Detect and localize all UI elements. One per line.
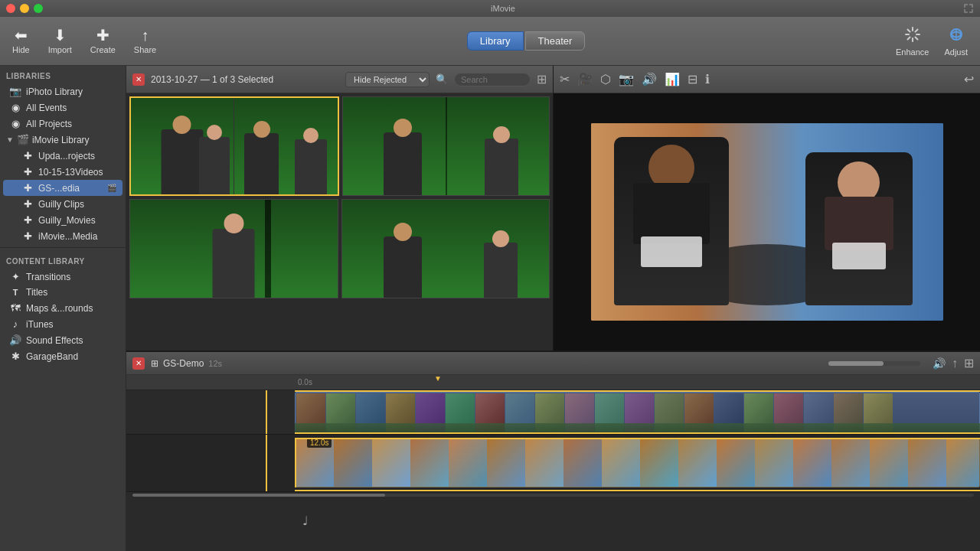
imoviemedia-icon: ✚	[21, 230, 34, 242]
main-content: LIBRARIES 📷 iPhoto Library ◉ All Events …	[0, 66, 980, 551]
playhead-line-broll	[266, 435, 267, 491]
ruler-time-0: 0.0s	[298, 378, 312, 386]
soundeffects-icon: 🔊	[9, 334, 21, 346]
timeline-scrollbar-thumb[interactable]	[132, 494, 385, 497]
video-thumb-2[interactable]	[342, 96, 550, 196]
video-thumb-1[interactable]	[129, 96, 339, 196]
browser-close-button[interactable]: ✕	[132, 73, 145, 86]
content-library-header: CONTENT LIBRARY	[0, 251, 126, 269]
broll-bottom-border	[295, 490, 980, 491]
close-button[interactable]	[6, 4, 15, 13]
timeline-header: ✕ ⊞ GS-Demo 12s 🔊 ↑ ⊞	[126, 352, 980, 375]
info-button[interactable]: ℹ	[705, 72, 710, 86]
video-row-1	[129, 96, 550, 196]
video-overlay-button[interactable]: 🎥	[577, 72, 593, 86]
undo-button[interactable]: ↩	[964, 72, 974, 86]
timeline-settings-icon[interactable]: ↑	[952, 357, 958, 370]
filter-select[interactable]: Hide Rejected Show All Show Favorites Sh…	[345, 72, 430, 87]
timeline-ruler: 0.0s ▼	[126, 375, 980, 390]
allprojects-icon: ◉	[9, 118, 21, 129]
sidebar-item-guillymovies[interactable]: ✚ Guilly_Movies	[3, 212, 122, 228]
share-icon: ↑	[142, 28, 149, 43]
enhance-button[interactable]: Enhance	[896, 26, 929, 57]
stabilization-button[interactable]: ⬡	[600, 72, 611, 86]
timeline-scrollbar-track	[132, 494, 974, 497]
timeline-tracks: // We'll generate these with inline JS 1…	[126, 390, 980, 551]
create-icon: ✚	[96, 28, 109, 43]
window-title: iMovie	[491, 4, 515, 13]
sidebar-divider	[0, 247, 126, 248]
guillymovies-icon: ✚	[21, 214, 34, 226]
guillyclips-icon: ✚	[21, 198, 34, 210]
libraries-header: LIBRARIES	[0, 66, 126, 83]
sidebar-item-allevents[interactable]: ◉ All Events	[3, 99, 122, 116]
sidebar-item-updaprojects[interactable]: ✚ Upda...rojects	[3, 148, 122, 164]
selection-bottom-border	[295, 432, 980, 434]
sidebar-item-transitions[interactable]: ✦ Transitions	[3, 269, 122, 285]
create-button[interactable]: ✚ Create	[90, 28, 116, 54]
timeline-title: ⊞ GS-Demo 12s	[151, 358, 484, 369]
adjust-button[interactable]: Adjust	[944, 26, 968, 57]
sidebar-item-1015videos[interactable]: ✚ 10-15-13Videos	[3, 164, 122, 180]
garageband-icon: ✱	[9, 350, 21, 362]
chart-button[interactable]: 📊	[665, 72, 680, 86]
adjust-icon	[947, 26, 965, 45]
upper-panels: ✕ 2013-10-27 — 1 of 3 Selected Hide Reje…	[126, 66, 980, 350]
iphoto-icon: 📷	[9, 86, 21, 97]
layout-button[interactable]: ⊟	[688, 72, 697, 86]
library-tab[interactable]: Library	[467, 31, 524, 51]
sidebar-item-guillyclips[interactable]: ✚ Guilly Clips	[3, 196, 122, 212]
svg-line-6	[915, 29, 917, 31]
viewer-canvas	[554, 93, 980, 350]
sidebar-item-titles[interactable]: T Titles	[3, 285, 122, 300]
svg-line-5	[915, 37, 917, 39]
preview-frame	[591, 123, 943, 321]
hide-button[interactable]: ⬅ Hide	[12, 28, 30, 54]
film-strip-icon: ⊞	[151, 358, 158, 369]
enhance-icon	[904, 26, 921, 45]
maps-icon: 🗺	[9, 302, 21, 314]
viewer-toolbar: ✂ 🎥 ⬡ 📷 🔊 📊 ⊟ ℹ ↩	[554, 66, 980, 93]
minimize-button[interactable]	[20, 4, 29, 13]
theater-tab[interactable]: Theater	[525, 31, 586, 51]
crop-tool-button[interactable]: ✂	[560, 72, 570, 86]
traffic-lights	[6, 4, 43, 13]
sidebar-item-allprojects[interactable]: ◉ All Projects	[3, 116, 122, 132]
sidebar-item-maps[interactable]: 🗺 Maps &...rounds	[3, 300, 122, 316]
sidebar-item-garageband[interactable]: ✱ GarageBand	[3, 348, 122, 364]
titles-icon: T	[9, 288, 21, 297]
video-thumb-3[interactable]	[129, 199, 338, 298]
sidebar-item-iphoto[interactable]: 📷 iPhoto Library	[3, 83, 122, 99]
import-icon: ⬇	[54, 28, 67, 43]
sidebar-item-gsmedia[interactable]: ✚ GS-...edia 🎬	[3, 180, 122, 196]
grid-view-button[interactable]: ⊞	[537, 72, 547, 86]
timeline-scrollbar-container	[126, 492, 980, 498]
search-input[interactable]	[454, 73, 531, 86]
sidebar-item-itunes[interactable]: ♪ iTunes	[3, 316, 122, 332]
sidebar-item-imoviemedia[interactable]: ✚ iMovie...Media	[3, 228, 122, 244]
gsmedia-badge: 🎬	[107, 184, 116, 192]
volume-button[interactable]: 🔊	[642, 72, 657, 86]
toolbar: ⬅ Hide ⬇ Import ✚ Create ↑ Share Library…	[0, 17, 980, 66]
fullscreen-button[interactable]	[963, 3, 974, 14]
volume-slider[interactable]	[828, 361, 920, 366]
viewer-panel: ✂ 🎥 ⬡ 📷 🔊 📊 ⊟ ℹ ↩	[554, 66, 980, 350]
main-body: ✕ 2013-10-27 — 1 of 3 Selected Hide Reje…	[126, 66, 980, 551]
video-thumb-4[interactable]	[341, 199, 550, 298]
timeline-grid-icon[interactable]: ⊞	[964, 356, 974, 370]
sidebar: LIBRARIES 📷 iPhoto Library ◉ All Events …	[0, 66, 126, 551]
timeline-close-button[interactable]: ✕	[132, 357, 145, 370]
video-row-2	[129, 199, 550, 298]
sidebar-item-soundeffects[interactable]: 🔊 Sound Effects	[3, 332, 122, 348]
hide-icon: ⬅	[15, 28, 28, 43]
share-button[interactable]: ↑ Share	[134, 28, 156, 54]
camera-button[interactable]: 📷	[619, 72, 634, 86]
transitions-icon: ✦	[9, 271, 21, 282]
import-button[interactable]: ⬇ Import	[48, 28, 72, 54]
imovie-library-group[interactable]: ▼ 🎬 iMovie Library	[0, 132, 126, 148]
selection-top-border	[295, 390, 980, 392]
svg-line-7	[907, 37, 910, 39]
playhead-marker: ▼	[434, 375, 442, 390]
broll-clip-strip[interactable]	[295, 438, 980, 487]
maximize-button[interactable]	[34, 4, 43, 13]
